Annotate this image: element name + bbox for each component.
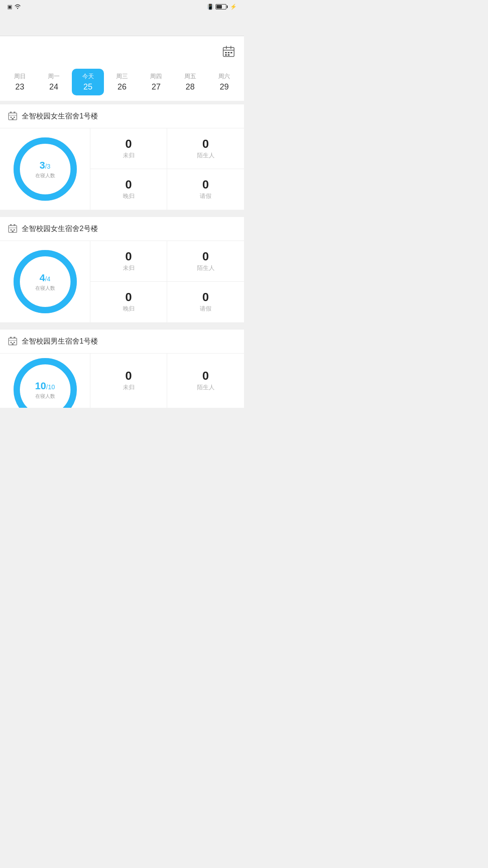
- stat-cell-3: 0 请假: [167, 282, 244, 322]
- building-header-3: 全智校园男生宿舍1号楼: [0, 330, 244, 354]
- stat-name: 陌生人: [197, 264, 215, 272]
- stat-cell-0: 0 未归: [90, 241, 167, 282]
- svg-rect-22: [14, 229, 15, 231]
- svg-rect-16: [14, 112, 15, 113]
- week-day-29[interactable]: 周六 29: [208, 69, 240, 95]
- building-icon: [7, 336, 18, 347]
- week-day-num: 29: [220, 82, 229, 92]
- week-day-23[interactable]: 周日 23: [4, 69, 36, 95]
- stat-name: 未归: [123, 151, 135, 160]
- svg-rect-14: [12, 118, 14, 120]
- section-divider-3: [0, 326, 244, 330]
- building-name: 全智校园女生宿舍1号楼: [22, 112, 98, 121]
- stat-name: 未归: [123, 383, 135, 392]
- svg-rect-13: [14, 117, 15, 118]
- building-icon: [7, 111, 18, 122]
- stat-name: 晚归: [123, 192, 135, 200]
- donut-1: 3/3 在寝人数: [14, 137, 77, 201]
- building-section-3: 全智校园男生宿舍1号楼 10/10 在寝人数 0 未归 0 陌生人: [0, 330, 244, 408]
- stat-name: 未归: [123, 264, 135, 272]
- stats-area-2: 4/4 在寝人数 0 未归 0 陌生人 0 晚归 0 请假: [0, 241, 244, 322]
- stat-num: 0: [125, 370, 131, 382]
- stat-cell-1: 0 陌生人: [167, 241, 244, 282]
- stat-cell-2: 0 晚归: [90, 282, 167, 322]
- stat-name: 请假: [200, 305, 211, 313]
- stats-grid-1: 0 未归 0 陌生人 0 晚归 0 请假: [90, 128, 244, 210]
- donut-center-1: 3/3 在寝人数: [35, 160, 55, 179]
- week-day-name: 周五: [184, 72, 196, 80]
- svg-rect-31: [14, 342, 15, 343]
- donut-num: 4/4: [35, 272, 55, 284]
- stat-name: 晚归: [123, 305, 135, 313]
- stat-cell-1: 0 陌生人: [167, 128, 244, 169]
- stat-num: 0: [125, 250, 131, 262]
- wifi-icon: [14, 4, 21, 10]
- donut-num: 3/3: [35, 160, 55, 171]
- week-day-24[interactable]: 周一 24: [38, 69, 70, 95]
- charging-icon: ⚡: [230, 4, 237, 10]
- building-name: 全智校园男生宿舍1号楼: [22, 337, 98, 346]
- week-day-num: 28: [186, 82, 195, 92]
- donut-3: 10/10 在寝人数: [14, 358, 77, 408]
- week-day-name: 周三: [116, 72, 128, 80]
- building-header-1: 全智校园女生宿舍1号楼: [0, 104, 244, 128]
- svg-rect-33: [10, 337, 12, 338]
- stat-num: 0: [202, 138, 209, 150]
- stat-cell-2: 0 晚归: [90, 169, 167, 210]
- svg-point-0: [17, 8, 18, 9]
- week-day-25[interactable]: 今天 25: [72, 69, 104, 95]
- stat-cell-1: 0 陌生人: [167, 354, 244, 408]
- stat-cell-0: 0 未归: [90, 128, 167, 169]
- circle-area-2: 4/4 在寝人数: [0, 241, 90, 322]
- week-day-num: 27: [151, 82, 160, 92]
- section-divider-2: [0, 213, 244, 217]
- calendar-month-row: [7, 43, 237, 60]
- stat-name: 陌生人: [197, 383, 215, 392]
- stats-grid-3: 0 未归 0 陌生人: [90, 354, 244, 408]
- top-nav: [0, 14, 244, 36]
- calendar-picker-button[interactable]: [221, 43, 237, 60]
- calendar-header: [0, 36, 244, 69]
- week-day-num: 23: [15, 82, 24, 92]
- svg-rect-30: [10, 342, 12, 343]
- week-day-27[interactable]: 周四 27: [140, 69, 172, 95]
- buildings-container: 全智校园女生宿舍1号楼 3/3 在寝人数 0 未归 0 陌生人 0 晚归 0 请…: [0, 104, 244, 415]
- stat-num: 0: [202, 370, 209, 382]
- week-day-26[interactable]: 周三 26: [106, 69, 138, 95]
- donut-center-2: 4/4 在寝人数: [35, 272, 55, 292]
- donut-num: 10/10: [35, 380, 55, 392]
- stat-num: 0: [202, 250, 209, 262]
- donut-2: 4/4 在寝人数: [14, 250, 77, 313]
- week-strip: 周日 23 周一 24 今天 25 周三 26 周四 27 周五 28 周六 2…: [0, 69, 244, 101]
- section-divider-4: [0, 411, 244, 415]
- stats-area-1: 3/3 在寝人数 0 未归 0 陌生人 0 晚归 0 请假: [0, 128, 244, 210]
- week-day-28[interactable]: 周五 28: [174, 69, 206, 95]
- week-day-name: 周日: [14, 72, 26, 80]
- stat-num: 0: [125, 179, 131, 190]
- status-left: ▣: [5, 4, 23, 10]
- circle-area-1: 3/3 在寝人数: [0, 128, 90, 210]
- status-bar: ▣ 📳 ⚡: [0, 0, 244, 14]
- battery-icon: [216, 4, 226, 9]
- section-divider-1: [0, 101, 244, 104]
- week-day-name: 周六: [218, 72, 230, 80]
- week-day-num: 25: [84, 82, 93, 92]
- week-day-name: 周四: [150, 72, 162, 80]
- svg-rect-25: [14, 224, 15, 226]
- stat-num: 0: [202, 291, 209, 303]
- stat-cell-3: 0 请假: [167, 169, 244, 210]
- svg-rect-5: [225, 52, 227, 53]
- stat-cell-0: 0 未归: [90, 354, 167, 408]
- stat-num: 0: [125, 138, 131, 150]
- week-day-name: 周一: [48, 72, 60, 80]
- week-day-num: 24: [49, 82, 58, 92]
- svg-rect-34: [14, 337, 15, 338]
- status-right: 📳 ⚡: [207, 4, 239, 10]
- building-name: 全智校园女生宿舍2号楼: [22, 224, 98, 234]
- building-icon: [7, 223, 18, 234]
- stat-name: 请假: [200, 192, 211, 200]
- svg-rect-15: [10, 112, 12, 113]
- stats-area-3: 10/10 在寝人数 0 未归 0 陌生人: [0, 354, 244, 408]
- stats-grid-2: 0 未归 0 陌生人 0 晚归 0 请假: [90, 241, 244, 322]
- donut-label: 在寝人数: [35, 393, 55, 400]
